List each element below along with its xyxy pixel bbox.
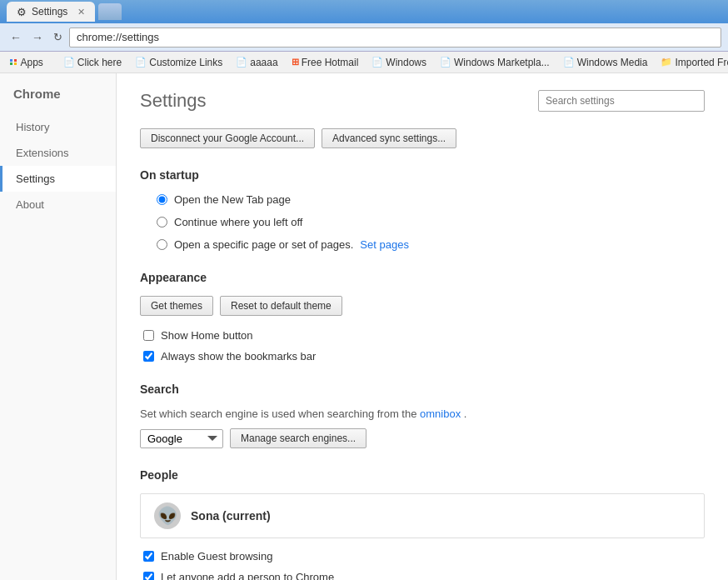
- startup-continue-label: Continue where you left off: [174, 216, 302, 228]
- add-person-item[interactable]: Let anyone add a person to Chrome: [143, 571, 705, 580]
- set-pages-link[interactable]: Set pages: [360, 238, 409, 251]
- bookmark-hotmail[interactable]: ⊞ Free Hotmail: [287, 55, 364, 70]
- startup-specific-radio[interactable]: [157, 239, 167, 250]
- bookmark-customize-label: Customize Links: [149, 57, 222, 68]
- reset-theme-button[interactable]: Reset to default theme: [220, 296, 342, 316]
- sidebar-item-about[interactable]: About: [0, 192, 116, 218]
- appearance-buttons: Get themes Reset to default theme: [140, 296, 705, 316]
- bookmark-click-here[interactable]: 📄 Click here: [58, 55, 127, 70]
- new-tab-button[interactable]: [98, 3, 122, 20]
- on-startup-section-title: On startup: [140, 168, 705, 182]
- avatar-emoji: 👽: [157, 506, 178, 526]
- windows-label: Windows: [386, 57, 426, 68]
- bookmark-media[interactable]: 📄 Windows Media: [558, 55, 653, 70]
- main-layout: Chrome History Extensions Settings About…: [0, 73, 728, 580]
- tab-label: Settings: [32, 6, 67, 18]
- startup-continue[interactable]: Continue where you left off: [157, 216, 705, 228]
- startup-specific[interactable]: Open a specific page or set of pages. Se…: [157, 238, 705, 251]
- marketplace-label: Windows Marketpla...: [454, 57, 550, 68]
- bookmark-apps[interactable]: Apps: [5, 55, 48, 70]
- current-user-card[interactable]: 👽 Sona (current): [140, 493, 705, 538]
- forward-button[interactable]: →: [28, 29, 47, 46]
- media-label: Windows Media: [577, 57, 648, 68]
- startup-continue-radio[interactable]: [157, 217, 167, 228]
- tab-close-button[interactable]: ✕: [77, 7, 85, 18]
- marketplace-icon: 📄: [440, 57, 451, 68]
- settings-tab-icon: ⚙: [17, 6, 27, 18]
- disconnect-account-button[interactable]: Disconnect your Google Account...: [140, 128, 315, 148]
- address-bar[interactable]: [69, 28, 721, 48]
- apps-grid-icon: [10, 59, 17, 66]
- guest-browsing-checkbox[interactable]: [143, 551, 154, 562]
- bookmark-customize[interactable]: 📄 Customize Links: [130, 55, 227, 70]
- hotmail-icon: ⊞: [292, 57, 299, 68]
- search-desc-text: Set which search engine is used when sea…: [140, 408, 416, 420]
- bookmark-doc-icon-2: 📄: [135, 57, 147, 68]
- show-home-button-checkbox[interactable]: [143, 330, 154, 341]
- sidebar-brand: Chrome: [0, 87, 116, 114]
- windows-icon: 📄: [371, 57, 383, 68]
- content-area: Settings Disconnect your Google Account.…: [117, 73, 728, 580]
- media-icon: 📄: [563, 57, 575, 68]
- apps-label: Apps: [21, 57, 43, 68]
- startup-specific-label: Open a specific page or set of pages.: [174, 238, 353, 251]
- appearance-section-title: Appearance: [140, 271, 705, 284]
- back-button[interactable]: ←: [7, 29, 25, 46]
- bookmark-aaaaa-label: aaaaa: [250, 57, 277, 68]
- title-bar: ⚙ Settings ✕: [0, 0, 728, 23]
- omnibox-link[interactable]: omnibox: [420, 408, 461, 420]
- show-home-button-item[interactable]: Show Home button: [143, 329, 705, 342]
- bookmarks-bar-label: Always show the bookmarks bar: [161, 350, 316, 362]
- search-engine-row: Google Bing Yahoo Manage search engines.…: [140, 428, 705, 448]
- get-themes-button[interactable]: Get themes: [140, 296, 213, 316]
- search-engine-select[interactable]: Google Bing Yahoo: [140, 429, 223, 448]
- bookmark-marketplace[interactable]: 📄 Windows Marketpla...: [435, 55, 555, 70]
- hotmail-label: Free Hotmail: [302, 57, 359, 68]
- nav-bar: ← → ↻: [0, 23, 728, 52]
- guest-browsing-item[interactable]: Enable Guest browsing: [143, 550, 705, 562]
- bookmarks-bar: Apps 📄 Click here 📄 Customize Links 📄 aa…: [0, 52, 728, 73]
- content-header: Settings: [140, 90, 705, 112]
- bookmark-click-here-label: Click here: [77, 57, 122, 68]
- active-tab[interactable]: ⚙ Settings ✕: [7, 2, 95, 22]
- search-settings-input[interactable]: [538, 90, 705, 112]
- bookmarks-bar-checkbox[interactable]: [143, 351, 154, 362]
- startup-new-tab[interactable]: Open the New Tab page: [157, 193, 705, 206]
- add-person-label: Let anyone add a person to Chrome: [161, 571, 334, 580]
- guest-browsing-label: Enable Guest browsing: [161, 550, 272, 562]
- bookmark-aaaaa[interactable]: 📄 aaaaa: [231, 55, 282, 70]
- add-person-checkbox[interactable]: [143, 572, 154, 580]
- search-description: Set which search engine is used when sea…: [140, 408, 705, 420]
- search-section-title: Search: [140, 382, 705, 396]
- bookmark-doc-icon: 📄: [63, 57, 75, 68]
- startup-new-tab-label: Open the New Tab page: [174, 193, 291, 206]
- startup-options: Open the New Tab page Continue where you…: [157, 193, 705, 251]
- startup-new-tab-radio[interactable]: [157, 194, 167, 205]
- sidebar-item-extensions[interactable]: Extensions: [0, 140, 116, 166]
- sidebar: Chrome History Extensions Settings About: [0, 73, 117, 580]
- people-section-title: People: [140, 468, 705, 482]
- imported-label: Imported Fro: [675, 57, 728, 68]
- page-title: Settings: [140, 90, 207, 112]
- bookmarks-bar-item[interactable]: Always show the bookmarks bar: [143, 350, 705, 362]
- sidebar-item-settings[interactable]: Settings: [0, 166, 116, 192]
- sync-buttons: Disconnect your Google Account... Advanc…: [140, 128, 705, 148]
- current-user-name: Sona (current): [191, 509, 271, 522]
- reload-button[interactable]: ↻: [50, 29, 66, 45]
- sidebar-item-history[interactable]: History: [0, 114, 116, 140]
- bookmark-doc-icon-3: 📄: [236, 57, 247, 68]
- bookmark-windows[interactable]: 📄 Windows: [366, 55, 431, 70]
- avatar: 👽: [154, 502, 181, 529]
- search-desc-end: .: [464, 408, 467, 420]
- bookmark-imported[interactable]: 📁 Imported Fro: [656, 55, 728, 70]
- advanced-sync-button[interactable]: Advanced sync settings...: [322, 128, 456, 148]
- show-home-button-label: Show Home button: [161, 329, 253, 342]
- folder-icon: 📁: [661, 57, 672, 68]
- manage-engines-button[interactable]: Manage search engines...: [230, 428, 366, 448]
